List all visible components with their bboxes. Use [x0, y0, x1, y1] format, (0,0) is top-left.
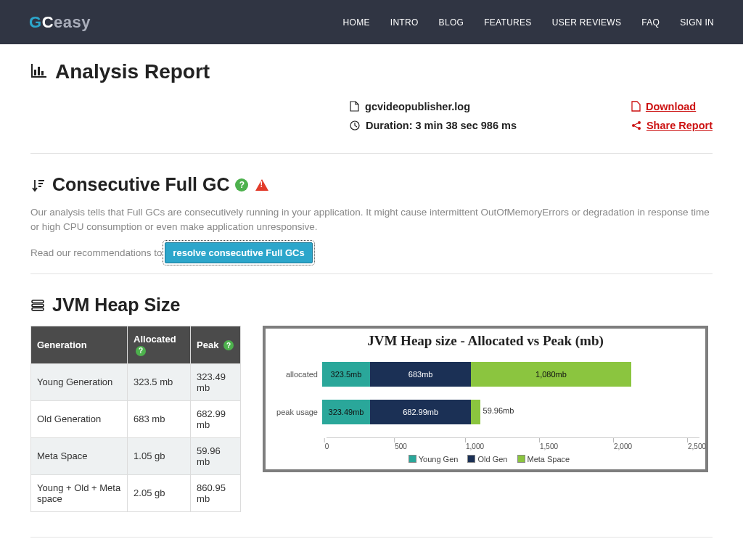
kpi-heading: Key Performance Indicators: [30, 558, 713, 561]
nav-home[interactable]: HOME: [343, 17, 370, 28]
duration-text: Duration: 3 min 38 sec 986 ms: [366, 120, 517, 131]
chart-category-label: peak usage: [271, 408, 322, 416]
share-icon: [631, 120, 641, 131]
warning-icon: [255, 179, 268, 191]
resolve-fullgc-button[interactable]: resolve consecutive Full GCs: [165, 242, 312, 264]
file-icon: [350, 101, 359, 112]
svg-rect-8: [32, 304, 44, 307]
legend-swatch-old: [467, 455, 475, 463]
duration-line: Duration: 3 min 38 sec 986 ms: [350, 120, 517, 131]
file-meta: gcvideopublisher.log Duration: 3 min 38 …: [350, 101, 713, 139]
heap-heading: JVM Heap Size: [30, 295, 713, 316]
axis-tick: 500: [394, 438, 407, 442]
svg-point-5: [638, 121, 641, 124]
stack-icon: [30, 298, 46, 313]
legend-young: Young Gen: [419, 455, 459, 464]
fullgc-description: Our analysis tells that Full GCs are con…: [30, 205, 713, 235]
brand-easy: easy: [54, 13, 91, 31]
file-name: gcvideopublisher.log: [365, 101, 470, 112]
share-link[interactable]: Share Report: [646, 120, 713, 131]
axis-tick: 1,000: [465, 438, 484, 442]
chart-segment: 323.5mb: [322, 362, 370, 387]
col-allocated: Allocated ?: [128, 326, 191, 364]
table-row: Young Generation 323.5 mb 323.49 mb: [31, 363, 241, 400]
legend-swatch-young: [409, 455, 416, 463]
chart-segment: 682.99mb: [370, 400, 471, 424]
col-peak: Peak ?: [191, 326, 241, 364]
page-title-text: Analysis Report: [55, 60, 210, 83]
chart-title: JVM Heap size - Allocated vs Peak (mb): [271, 333, 699, 349]
svg-rect-9: [32, 308, 44, 310]
axis-tick: 2,500: [687, 438, 706, 442]
bar-chart-icon: [30, 60, 48, 83]
nav-userreviews[interactable]: USER REVIEWS: [552, 17, 622, 28]
clock-icon: [350, 120, 360, 131]
chart-bar-row: peak usage323.49mb682.99mb59.96mb: [271, 400, 699, 424]
svg-rect-1: [38, 67, 40, 75]
brand-c: C: [42, 13, 54, 31]
axis-tick: 1,500: [539, 438, 558, 442]
svg-rect-0: [34, 70, 36, 75]
divider: [30, 153, 713, 154]
divider: [30, 537, 713, 538]
help-icon[interactable]: ?: [235, 178, 248, 192]
axis-tick: 0: [324, 438, 329, 442]
nav-signin[interactable]: SIGN IN: [680, 17, 714, 28]
chart-segment: 59.96mb: [471, 400, 480, 424]
chart-body: allocated323.5mb683mb1,080mbpeak usage32…: [271, 362, 699, 424]
chart-legend: Young Gen Old Gen Meta Space: [271, 455, 699, 464]
brand-logo[interactable]: GCeasy: [29, 13, 91, 32]
legend-meta: Meta Space: [528, 455, 570, 464]
legend-old: Old Gen: [477, 455, 507, 464]
help-icon[interactable]: ?: [136, 346, 146, 356]
fullgc-recommendation-line: Read our recommendations to resolve cons…: [30, 242, 713, 264]
table-row: Young + Old + Meta space 2.05 gb 860.95 …: [31, 474, 241, 511]
brand-g: G: [29, 13, 42, 31]
fullgc-heading: Consecutive Full GC ?: [30, 174, 713, 195]
chart-segment: 683mb: [370, 362, 471, 387]
kpi-heading-text: Key Performance Indicators: [52, 558, 293, 561]
nav-links: HOME INTRO BLOG FEATURES USER REVIEWS FA…: [343, 17, 714, 28]
page-title: Analysis Report: [30, 44, 713, 83]
heap-heading-text: JVM Heap Size: [52, 295, 180, 316]
nav-faq[interactable]: FAQ: [641, 17, 660, 28]
chart-segment: 1,080mb: [471, 362, 631, 387]
download-link[interactable]: Download: [646, 101, 696, 112]
fullgc-heading-text: Consecutive Full GC: [52, 174, 229, 195]
chart-segment: 323.49mb: [322, 400, 370, 424]
fullgc-rec-prefix: Read our recommendations to: [30, 247, 165, 258]
chart-bar-row: allocated323.5mb683mb1,080mb: [271, 362, 699, 387]
nav-features[interactable]: FEATURES: [484, 17, 532, 28]
nav-blog[interactable]: BLOG: [439, 17, 464, 28]
table-row: Old Generation 683 mb 682.99 mb: [31, 400, 241, 437]
help-icon[interactable]: ?: [223, 340, 234, 350]
col-generation: Generation: [31, 326, 128, 364]
navbar: GCeasy HOME INTRO BLOG FEATURES USER REV…: [0, 0, 743, 44]
divider: [30, 273, 713, 274]
legend-swatch-meta: [517, 455, 525, 463]
chart-x-axis: 05001,0001,5002,0002,500: [327, 437, 699, 452]
heap-table: Generation Allocated ? Peak ? Young Gene…: [30, 326, 241, 512]
sort-desc-icon: [30, 178, 46, 192]
chart-bar-track: 323.49mb682.99mb59.96mb: [322, 400, 699, 424]
svg-point-6: [638, 127, 641, 130]
svg-rect-2: [41, 71, 44, 75]
pdf-icon: [631, 101, 641, 112]
table-row: Meta Space 1.05 gb 59.96 mb: [31, 437, 241, 474]
heap-chart: JVM Heap size - Allocated vs Peak (mb) a…: [263, 326, 708, 472]
file-name-line: gcvideopublisher.log: [350, 101, 517, 112]
svg-rect-7: [32, 300, 44, 303]
axis-tick: 2,000: [613, 438, 632, 442]
nav-intro[interactable]: INTRO: [390, 17, 419, 28]
chart-bar-track: 323.5mb683mb1,080mb: [322, 362, 699, 387]
chart-category-label: allocated: [271, 370, 322, 379]
